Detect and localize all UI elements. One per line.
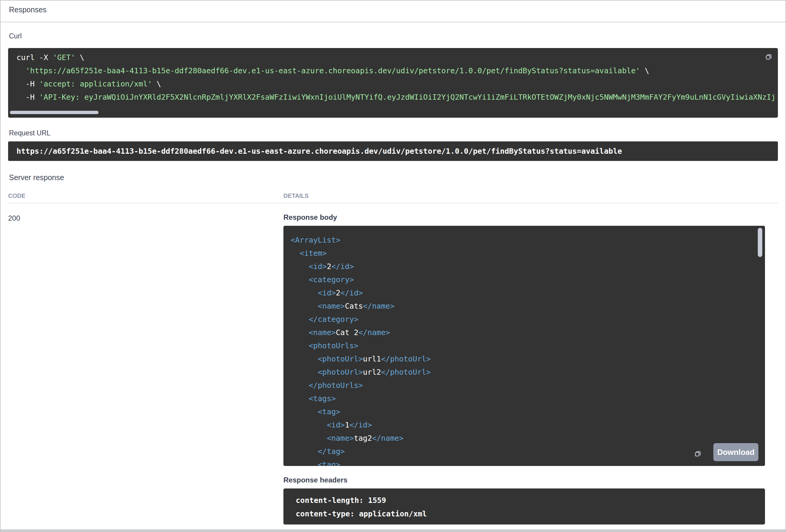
curl-label: Curl: [9, 32, 778, 40]
copy-icon[interactable]: [764, 52, 773, 61]
response-body-block[interactable]: <ArrayList> <item> <id>2</id> <category>…: [283, 226, 765, 466]
request-url-value: https://a65f251e-baa4-4113-b15e-ddf280ae…: [17, 147, 622, 156]
details-column-header: DETAILS: [283, 192, 309, 199]
vertical-scrollbar-thumb[interactable]: [758, 228, 762, 257]
page-title: Responses: [9, 5, 785, 14]
request-url-block: https://a65f251e-baa4-4113-b15e-ddf280ae…: [8, 141, 778, 161]
server-response-row: 200 Response body <ArrayList> <item> <id…: [8, 203, 778, 525]
horizontal-scrollbar-thumb[interactable]: [10, 111, 98, 114]
response-body-label: Response body: [283, 213, 765, 222]
server-response-table-header: CODE DETAILS: [8, 192, 778, 203]
response-header-line: content-length: 1559: [291, 493, 765, 507]
curl-code-block[interactable]: curl -X 'GET' \ 'https://a65f251e-baa4-4…: [8, 48, 778, 118]
response-body-xml: <ArrayList> <item> <id>2</id> <category>…: [291, 234, 765, 466]
request-url-label: Request URL: [9, 129, 778, 137]
server-response-heading: Server response: [9, 173, 778, 182]
download-button[interactable]: Download: [713, 443, 758, 461]
response-details: Response body <ArrayList> <item> <id>2</…: [283, 203, 778, 525]
curl-command: curl -X 'GET' \ 'https://a65f251e-baa4-4…: [17, 51, 778, 104]
response-headers-block: content-length: 1559 content-type: appli…: [283, 488, 765, 525]
copy-icon[interactable]: [694, 449, 702, 458]
responses-panel: Responses Curl curl -X 'GET' \ 'https://…: [0, 0, 786, 532]
responses-header: Responses: [1, 1, 785, 23]
code-column-header: CODE: [8, 192, 283, 199]
responses-content: Curl curl -X 'GET' \ 'https://a65f251e-b…: [1, 32, 785, 525]
response-headers-label: Response headers: [283, 476, 765, 484]
status-code: 200: [8, 214, 283, 223]
section-divider: [1, 529, 785, 531]
response-header-line: content-type: application/xml: [291, 507, 765, 521]
